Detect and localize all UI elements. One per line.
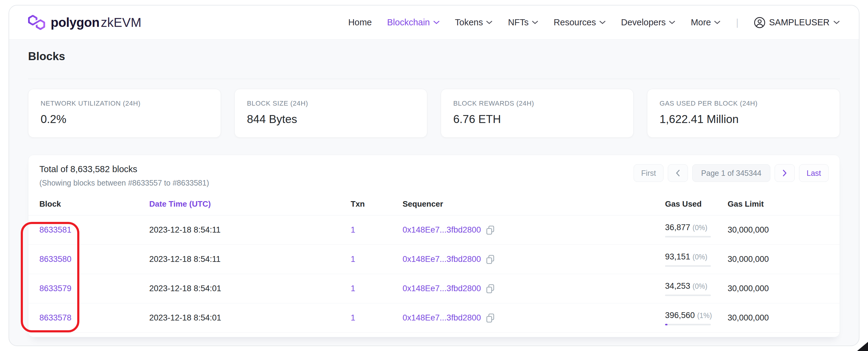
page-title: Blocks [28,49,840,64]
chevron-down-icon [532,21,538,24]
user-name: SAMPLEUSER [769,18,830,28]
chevron-down-icon [599,21,606,24]
panel-summary: Total of 8,633,582 blocks (Showing block… [39,164,209,187]
gas-used-bar [665,294,711,296]
page-indicator: Page 1 of 345344 [692,164,770,182]
chevron-down-icon [714,21,721,24]
block-datetime: 2023-12-18 8:54:01 [149,313,351,323]
stat-value: 844 Bytes [247,113,415,126]
gas-used-bar [665,265,711,267]
gas-used-cell: 34,253 (0%) [665,281,727,296]
copy-icon[interactable] [486,313,495,323]
table-header-row: Block Date Time (UTC) Txn Sequencer Gas … [28,193,840,216]
gas-limit: 30,000,000 [727,255,829,264]
next-page-button[interactable] [775,164,795,182]
gas-limit: 30,000,000 [727,225,829,235]
gas-used-cell: 396,560 (1%) [665,311,727,325]
stat-label: BLOCK REWARDS (24H) [453,99,621,107]
page-body: Blocks NETWORK UTILIZATION (24H) 0.2% BL… [9,49,859,337]
stat-card-block-size: BLOCK SIZE (24H) 844 Bytes [235,89,427,138]
table-row: 8633580 2023-12-18 8:54:11 1 0x148Ee7...… [28,245,840,274]
last-page-button[interactable]: Last [799,164,829,182]
gas-limit: 30,000,000 [727,284,829,293]
gas-used-cell: 93,151 (0%) [665,252,727,267]
copy-icon[interactable] [486,255,495,264]
chevron-down-icon [833,21,840,24]
col-header-txn: Txn [351,199,403,209]
stat-value: 0.2% [40,113,209,126]
sequencer-address-link[interactable]: 0x148Ee7...3fbd2800 [403,284,481,293]
copy-icon[interactable] [486,284,495,294]
block-datetime: 2023-12-18 8:54:11 [149,225,351,235]
nav-item-tokens[interactable]: Tokens [455,18,493,28]
stat-card-gas-used-per-block: GAS USED PER BLOCK (24H) 1,622.41 Millio… [647,89,840,138]
first-page-button[interactable]: First [633,164,664,182]
col-header-gas-used: Gas Used [665,199,727,209]
copy-icon[interactable] [486,225,495,235]
chevron-down-icon [433,21,440,24]
nav-divider: | [736,17,738,28]
stat-cards: NETWORK UTILIZATION (24H) 0.2% BLOCK SIZ… [28,89,840,138]
txn-count-link[interactable]: 1 [351,313,355,322]
block-number-link[interactable]: 8633579 [39,284,71,293]
block-number-link[interactable]: 8633581 [39,225,71,234]
polygon-logo-icon [28,15,45,30]
user-avatar-icon [754,17,766,28]
stat-label: NETWORK UTILIZATION (24H) [40,99,209,107]
sequencer-address-link[interactable]: 0x148Ee7...3fbd2800 [403,225,481,235]
txn-count-link[interactable]: 1 [351,255,355,264]
txn-count-link[interactable]: 1 [351,225,355,234]
col-header-gas-limit: Gas Limit [727,199,829,209]
pagination: First Page 1 of 345344 Last [633,164,829,182]
top-navigation-bar: polygon zkEVM Home Blockchain Tokens NFT… [9,5,859,40]
col-header-datetime[interactable]: Date Time (UTC) [149,199,351,209]
stat-card-block-rewards: BLOCK REWARDS (24H) 6.76 ETH [441,89,633,138]
screen-corner-artifact [857,342,868,351]
nav-item-more[interactable]: More [691,18,721,28]
nav-item-home[interactable]: Home [348,18,372,28]
gas-used-bar [665,236,711,237]
showing-range-text: (Showing blocks between #8633557 to #863… [39,179,209,187]
blocks-table-panel: Total of 8,633,582 blocks (Showing block… [28,155,840,337]
sequencer-address-link[interactable]: 0x148Ee7...3fbd2800 [403,313,481,323]
app-window: polygon zkEVM Home Blockchain Tokens NFT… [8,5,860,346]
prev-page-button[interactable] [668,164,688,182]
sequencer-address-link[interactable]: 0x148Ee7...3fbd2800 [403,255,481,264]
brand-suffix: zkEVM [101,15,141,30]
gas-used-bar [665,324,711,325]
col-header-block: Block [39,199,149,209]
polygon-logo[interactable]: polygon zkEVM [28,15,141,30]
txn-count-link[interactable]: 1 [351,284,355,293]
stat-value: 1,622.41 Million [659,113,828,126]
panel-header: Total of 8,633,582 blocks (Showing block… [28,155,840,187]
block-datetime: 2023-12-18 8:54:11 [149,255,351,264]
gas-used-cell: 36,877 (0%) [665,223,727,237]
nav-item-nfts[interactable]: NFTs [508,18,538,28]
chevron-right-icon [782,169,787,177]
table-row: 8633578 2023-12-18 8:54:01 1 0x148Ee7...… [28,304,840,333]
block-number-link[interactable]: 8633580 [39,255,71,264]
gas-limit: 30,000,000 [727,313,829,323]
stat-card-network-utilization: NETWORK UTILIZATION (24H) 0.2% [28,89,221,138]
table-row: 8633579 2023-12-18 8:54:01 1 0x148Ee7...… [28,274,840,304]
chevron-down-icon [486,21,493,24]
nav-item-blockchain[interactable]: Blockchain [387,18,439,28]
block-number-link[interactable]: 8633578 [39,313,71,322]
stat-value: 6.76 ETH [453,113,621,126]
brand-name: polygon [51,15,99,30]
user-menu[interactable]: SAMPLEUSER [754,17,840,28]
total-blocks-text: Total of 8,633,582 blocks [39,164,209,174]
table-row: 8633581 2023-12-18 8:54:11 1 0x148Ee7...… [28,216,840,245]
nav-item-developers[interactable]: Developers [621,18,676,28]
title-divider [28,79,840,79]
nav-item-resources[interactable]: Resources [554,18,606,28]
stat-label: BLOCK SIZE (24H) [247,99,415,107]
chevron-down-icon [669,21,675,24]
col-header-sequencer: Sequencer [403,199,665,209]
stat-label: GAS USED PER BLOCK (24H) [659,99,828,107]
chevron-left-icon [675,169,680,177]
block-datetime: 2023-12-18 8:54:01 [149,284,351,293]
main-nav: Home Blockchain Tokens NFTs Resources De… [348,17,840,28]
